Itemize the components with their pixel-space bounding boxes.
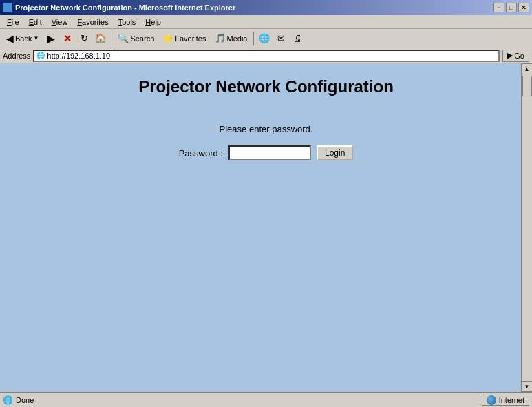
address-input-wrapper: 🌐	[33, 50, 500, 62]
address-label: Address	[3, 52, 30, 60]
menu-view[interactable]: View	[47, 17, 72, 28]
search-button[interactable]: 🔍 Search	[114, 31, 158, 46]
stop-icon: ✕	[63, 33, 72, 44]
scrollbar: ▲ ▼	[521, 63, 532, 392]
password-label: Password :	[179, 148, 223, 158]
media-label: Media	[227, 34, 248, 43]
address-bar: Address 🌐 ▶ Go	[0, 48, 532, 63]
title-bar-left: Projector Network Configuration - Micros…	[3, 3, 235, 12]
status-bar: 🌐 Done Internet	[0, 392, 532, 407]
go-label: Go	[514, 52, 524, 60]
back-arrow-icon: ◀	[6, 33, 14, 44]
search-icon: 🔍	[118, 33, 129, 43]
toolbar-sep-1	[111, 32, 111, 45]
print-button[interactable]: 🖨	[290, 31, 305, 46]
stop-button[interactable]: ✕	[60, 31, 75, 46]
media-button[interactable]: 🎵 Media	[211, 31, 251, 46]
forward-icon: ▶	[47, 33, 55, 44]
refresh-icon: ↻	[81, 33, 88, 43]
status-icon: 🌐	[3, 395, 13, 405]
minimize-button[interactable]: −	[493, 3, 504, 12]
go-arrow-icon: ▶	[507, 51, 513, 60]
page-title: Projector Network Configuration	[138, 77, 394, 96]
search-label: Search	[130, 34, 154, 43]
menu-favorites[interactable]: Favorites	[73, 17, 112, 28]
password-row: Password : Login	[179, 145, 354, 160]
menu-file[interactable]: File	[3, 17, 23, 28]
maximize-button[interactable]: □	[506, 3, 517, 12]
mail-button[interactable]: ✉	[273, 31, 288, 46]
menu-tools[interactable]: Tools	[114, 17, 140, 28]
favorites-button[interactable]: ⭐ Favorites	[159, 31, 209, 46]
mail-icon: ✉	[277, 33, 285, 43]
favorites-icon: ⭐	[162, 33, 173, 43]
login-button[interactable]: Login	[317, 145, 353, 160]
title-bar-buttons: − □ ✕	[493, 3, 529, 12]
home-button[interactable]: 🏠	[93, 31, 108, 46]
menu-bar: File Edit View Favorites Tools Help	[0, 15, 532, 29]
back-button[interactable]: ◀ Back ▼	[3, 31, 42, 46]
scroll-down-button[interactable]: ▼	[522, 381, 533, 392]
favorites-label: Favorites	[175, 34, 206, 43]
toolbar-sep-2	[253, 32, 254, 45]
window-title: Projector Network Configuration - Micros…	[15, 3, 235, 12]
toolbar: ◀ Back ▼ ▶ ✕ ↻ 🏠 🔍 Search ⭐ Favorites 🎵 …	[0, 29, 532, 48]
zone-panel: Internet	[482, 395, 529, 406]
forward-button[interactable]: ▶	[43, 31, 58, 46]
scroll-up-button[interactable]: ▲	[522, 63, 533, 74]
status-text: 🌐 Done	[3, 395, 479, 405]
menu-edit[interactable]: Edit	[25, 17, 46, 28]
home-icon: 🏠	[95, 33, 106, 43]
title-bar: Projector Network Configuration - Micros…	[0, 0, 532, 15]
scroll-thumb[interactable]	[522, 76, 532, 96]
zone-icon	[487, 395, 496, 405]
zone-label: Internet	[499, 396, 524, 404]
back-dropdown-icon: ▼	[33, 35, 39, 41]
favicon: 🌐	[36, 51, 45, 61]
history-button[interactable]: 🌐	[257, 31, 272, 46]
refresh-button[interactable]: ↻	[76, 31, 92, 46]
done-label: Done	[16, 396, 34, 404]
close-button[interactable]: ✕	[518, 3, 529, 12]
go-button[interactable]: ▶ Go	[502, 50, 529, 62]
password-prompt: Please enter password.	[220, 124, 313, 134]
status-right: Internet	[482, 395, 529, 406]
ie-icon	[3, 3, 12, 12]
back-label: Back	[15, 34, 32, 43]
media-icon: 🎵	[215, 33, 226, 43]
password-input[interactable]	[228, 145, 311, 160]
print-icon: 🖨	[293, 33, 302, 43]
globe-icon: 🌐	[259, 33, 270, 43]
browser-content: Projector Network Configuration Please e…	[0, 63, 532, 392]
page-content: Projector Network Configuration Please e…	[0, 63, 532, 160]
scroll-track	[522, 96, 533, 381]
menu-help[interactable]: Help	[141, 17, 165, 28]
address-input[interactable]	[47, 52, 497, 60]
